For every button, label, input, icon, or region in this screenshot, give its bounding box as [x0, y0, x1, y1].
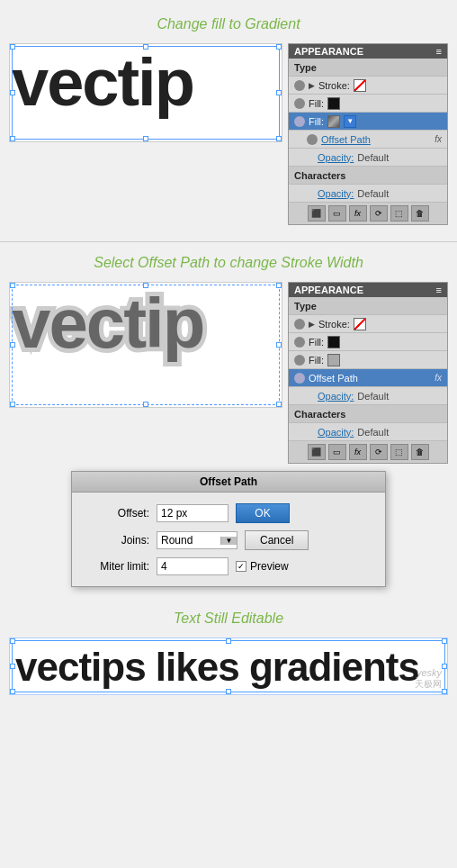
stroke-label: Stroke: [318, 80, 350, 91]
watermark-site2: 天极网 [415, 678, 442, 691]
canvas-preview-2: vectip [9, 282, 282, 408]
vectips-text: vectips likes gradients [10, 638, 447, 694]
section-1: Change fill to Gradient vectip APPEARANC… [0, 0, 457, 242]
section-2-title: Select Offset Path to change Stroke Widt… [94, 255, 363, 271]
offset-path-dialog: Offset Path Offset: OK Joins: Round ▼ Ca… [71, 471, 386, 587]
dialog-body: Offset: OK Joins: Round ▼ Cancel Miter l… [72, 493, 385, 586]
opacity-link-3[interactable]: Opacity: [318, 391, 354, 402]
fill-black-swatch[interactable] [327, 97, 340, 110]
opacity-val-2: Default [357, 188, 389, 199]
opacity-link-4[interactable]: Opacity: [318, 427, 354, 438]
opacity-val-1: Default [357, 152, 389, 163]
offset-path-link[interactable]: Offset Path [321, 134, 371, 145]
panel-offset-selected-row[interactable]: Offset Path fx [289, 369, 447, 387]
panel-collapse-icon[interactable]: ≡ [436, 46, 442, 57]
canvas-area-2: vectip APPEARANCE ≡ Type [9, 282, 448, 464]
offset-path-label-2: Offset Path [309, 373, 358, 384]
panel-offset-row[interactable]: Offset Path fx [289, 131, 447, 149]
stroke-arrow-2: ▶ [309, 320, 315, 329]
stroke-swatch-2[interactable] [354, 318, 366, 330]
fx-badge-1: fx [435, 134, 442, 144]
vectip-preview-2: vectip [12, 288, 280, 358]
joins-dropdown-arrow[interactable]: ▼ [220, 537, 237, 545]
gradient-arrow[interactable]: ▼ [344, 115, 356, 128]
panel-fill-black-row-2[interactable]: Fill: [289, 333, 447, 351]
footer-btn-2-3[interactable]: fx [349, 444, 367, 460]
footer-btn-2-1[interactable]: ⬛ [308, 444, 326, 460]
eye-fill-black [294, 98, 305, 109]
ok-button[interactable]: OK [236, 503, 290, 523]
miter-label: Miter limit: [86, 560, 149, 573]
panel-collapse-icon-2[interactable]: ≡ [436, 285, 442, 295]
panel-opacity-2: Opacity: Default [289, 185, 447, 203]
panel-header-1: APPEARANCE ≡ [289, 44, 447, 59]
eye-stroke-2 [294, 319, 305, 330]
panel-footer-1: ⬛ ▭ fx ⟳ ⬚ 🗑 [289, 203, 447, 224]
panel-characters-row: Characters [289, 167, 447, 185]
joins-select[interactable]: Round ▼ [157, 531, 237, 549]
fill-black-label: Fill: [309, 98, 324, 109]
handle2-br [276, 402, 282, 407]
vectip-preview-1: vectip [10, 44, 282, 122]
footer-btn-5[interactable]: ⬚ [390, 205, 408, 222]
handle2-bl [10, 402, 15, 407]
panel-stroke-row[interactable]: ▶ Stroke: [289, 77, 447, 95]
opacity-link-2[interactable]: Opacity: [318, 188, 354, 199]
opacity-val-4: Default [357, 427, 389, 438]
panel-type-label: Type [294, 62, 317, 73]
eye-stroke [294, 80, 305, 91]
preview-checkbox-row: ✓ Preview [236, 560, 289, 573]
panel-fill-gradient-row[interactable]: Fill: ▼ [289, 113, 447, 131]
footer-btn-2[interactable]: ▭ [328, 205, 346, 222]
dialog-miter-row: Miter limit: ✓ Preview [86, 557, 371, 575]
stroke-swatch[interactable] [354, 79, 366, 92]
section-3: Text Still Editable vectips likes gradie… [0, 596, 457, 704]
characters-label-1: Characters [294, 170, 345, 181]
panel-opacity-3: Opacity: Default [289, 387, 447, 405]
panel-header-2: APPEARANCE ≡ [289, 283, 447, 297]
offset-label: Offset: [86, 507, 149, 520]
canvas-preview-1: vectip [9, 43, 282, 142]
footer-btn-2-4[interactable]: ⟳ [370, 444, 388, 460]
panel-footer-2: ⬛ ▭ fx ⟳ ⬚ 🗑 [289, 441, 447, 463]
footer-btn-2-5[interactable]: ⬚ [390, 444, 408, 460]
opacity-val-3: Default [357, 391, 389, 402]
section-3-title: Text Still Editable [174, 610, 283, 627]
miter-input[interactable] [157, 557, 228, 575]
dialog-title: Offset Path [72, 472, 385, 493]
footer-btn-2-2[interactable]: ▭ [328, 444, 346, 460]
canvas-area-1: vectip APPEARANCE ≡ Type [9, 43, 448, 225]
footer-btn-2-6[interactable]: 🗑 [411, 444, 429, 460]
panel-header-title-1: APPEARANCE [294, 46, 363, 57]
dialog-joins-row: Joins: Round ▼ Cancel [86, 530, 371, 550]
joins-select-val: Round [157, 532, 220, 548]
panel-header-title-2: APPEARANCE [294, 285, 363, 295]
fill-gray-swatch[interactable] [327, 354, 340, 366]
section-2: Select Offset Path to change Stroke Widt… [0, 242, 457, 596]
panel-stroke-row-2[interactable]: ▶ Stroke: [289, 315, 447, 333]
stroke-arrow: ▶ [309, 81, 315, 90]
preview-checkbox[interactable]: ✓ [236, 561, 246, 572]
fill-black-swatch-2[interactable] [327, 336, 340, 348]
opacity-link-1[interactable]: Opacity: [318, 152, 354, 163]
handle-bl [10, 136, 15, 141]
footer-btn-1[interactable]: ⬛ [308, 205, 326, 222]
dialog-offset-row: Offset: OK [86, 503, 371, 523]
cancel-button[interactable]: Cancel [245, 530, 309, 550]
vectip-container-2: vectip [10, 283, 282, 364]
handle2-bm [143, 402, 148, 407]
footer-btn-3[interactable]: fx [349, 205, 367, 222]
panel-fill-gray-row[interactable]: Fill: [289, 351, 447, 369]
appearance-panel-1: APPEARANCE ≡ Type ▶ Stroke: Fill: [288, 43, 448, 225]
stroke-label-2: Stroke: [318, 319, 350, 330]
panel-fill-black-row[interactable]: Fill: [289, 95, 447, 113]
footer-btn-6[interactable]: 🗑 [411, 205, 429, 222]
eye-offset-2 [294, 373, 305, 384]
appearance-panel-2: APPEARANCE ≡ Type ▶ Stroke: Fill: Fill: [288, 282, 448, 464]
eye-fill-black-2 [294, 337, 305, 348]
watermark-site1: yesky [415, 667, 442, 678]
footer-btn-4[interactable]: ⟳ [370, 205, 388, 222]
gradient-swatch[interactable] [327, 115, 340, 128]
offset-input[interactable] [157, 504, 228, 522]
eye-offset [307, 134, 318, 145]
